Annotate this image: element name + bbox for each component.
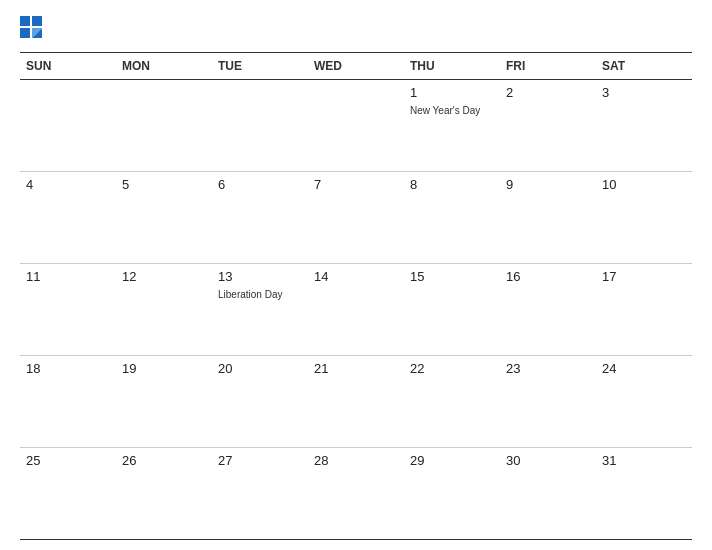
week-row-2: 45678910 xyxy=(20,172,692,264)
day-number: 2 xyxy=(506,85,590,100)
week-row-1: 1New Year's Day23 xyxy=(20,80,692,172)
day-cell: 14 xyxy=(308,264,404,355)
day-headers: SUNMONTUEWEDTHUFRISAT xyxy=(20,53,692,80)
day-cell: 5 xyxy=(116,172,212,263)
day-number: 4 xyxy=(26,177,110,192)
day-cell: 31 xyxy=(596,448,692,539)
day-event: New Year's Day xyxy=(410,105,480,116)
day-number: 26 xyxy=(122,453,206,468)
week-row-5: 25262728293031 xyxy=(20,448,692,540)
day-cell: 12 xyxy=(116,264,212,355)
day-number: 28 xyxy=(314,453,398,468)
day-number: 3 xyxy=(602,85,686,100)
day-cell: 10 xyxy=(596,172,692,263)
day-number: 10 xyxy=(602,177,686,192)
day-cell: 20 xyxy=(212,356,308,447)
day-cell: 6 xyxy=(212,172,308,263)
day-number: 23 xyxy=(506,361,590,376)
day-number: 5 xyxy=(122,177,206,192)
day-number: 19 xyxy=(122,361,206,376)
day-header-thu: THU xyxy=(404,57,500,75)
day-number: 31 xyxy=(602,453,686,468)
day-number: 1 xyxy=(410,85,494,100)
logo xyxy=(20,16,46,42)
logo-icon xyxy=(20,16,42,42)
day-header-sat: SAT xyxy=(596,57,692,75)
day-cell: 24 xyxy=(596,356,692,447)
day-cell: 8 xyxy=(404,172,500,263)
day-header-mon: MON xyxy=(116,57,212,75)
day-event: Liberation Day xyxy=(218,289,282,300)
day-header-sun: SUN xyxy=(20,57,116,75)
day-cell: 27 xyxy=(212,448,308,539)
calendar-header xyxy=(20,16,692,42)
day-number: 24 xyxy=(602,361,686,376)
day-number: 18 xyxy=(26,361,110,376)
day-number: 16 xyxy=(506,269,590,284)
svg-rect-2 xyxy=(20,28,30,38)
day-cell: 3 xyxy=(596,80,692,171)
svg-rect-0 xyxy=(20,16,30,26)
svg-rect-1 xyxy=(32,16,42,26)
day-cell: 13Liberation Day xyxy=(212,264,308,355)
day-cell: 17 xyxy=(596,264,692,355)
day-cell xyxy=(116,80,212,171)
day-number: 25 xyxy=(26,453,110,468)
day-number: 14 xyxy=(314,269,398,284)
day-cell: 26 xyxy=(116,448,212,539)
week-row-4: 18192021222324 xyxy=(20,356,692,448)
calendar: SUNMONTUEWEDTHUFRISAT 1New Year's Day234… xyxy=(0,0,712,550)
day-number: 22 xyxy=(410,361,494,376)
day-number: 21 xyxy=(314,361,398,376)
day-number: 29 xyxy=(410,453,494,468)
day-header-fri: FRI xyxy=(500,57,596,75)
day-header-tue: TUE xyxy=(212,57,308,75)
day-number: 30 xyxy=(506,453,590,468)
day-number: 27 xyxy=(218,453,302,468)
day-cell: 21 xyxy=(308,356,404,447)
day-cell: 30 xyxy=(500,448,596,539)
day-header-wed: WED xyxy=(308,57,404,75)
day-cell: 4 xyxy=(20,172,116,263)
day-cell: 1New Year's Day xyxy=(404,80,500,171)
day-number: 15 xyxy=(410,269,494,284)
day-cell: 19 xyxy=(116,356,212,447)
day-number: 13 xyxy=(218,269,302,284)
day-cell xyxy=(212,80,308,171)
day-cell: 9 xyxy=(500,172,596,263)
day-cell: 23 xyxy=(500,356,596,447)
day-cell: 16 xyxy=(500,264,596,355)
week-row-3: 111213Liberation Day14151617 xyxy=(20,264,692,356)
day-cell: 18 xyxy=(20,356,116,447)
day-number: 9 xyxy=(506,177,590,192)
day-cell: 29 xyxy=(404,448,500,539)
day-cell: 11 xyxy=(20,264,116,355)
day-cell: 2 xyxy=(500,80,596,171)
day-number: 17 xyxy=(602,269,686,284)
calendar-grid: SUNMONTUEWEDTHUFRISAT 1New Year's Day234… xyxy=(20,53,692,540)
day-cell xyxy=(20,80,116,171)
day-cell: 28 xyxy=(308,448,404,539)
day-cell: 7 xyxy=(308,172,404,263)
weeks: 1New Year's Day2345678910111213Liberatio… xyxy=(20,80,692,540)
day-cell: 15 xyxy=(404,264,500,355)
day-number: 6 xyxy=(218,177,302,192)
day-number: 8 xyxy=(410,177,494,192)
day-cell: 22 xyxy=(404,356,500,447)
day-number: 20 xyxy=(218,361,302,376)
day-number: 7 xyxy=(314,177,398,192)
day-number: 11 xyxy=(26,269,110,284)
day-cell: 25 xyxy=(20,448,116,539)
day-number: 12 xyxy=(122,269,206,284)
day-cell xyxy=(308,80,404,171)
